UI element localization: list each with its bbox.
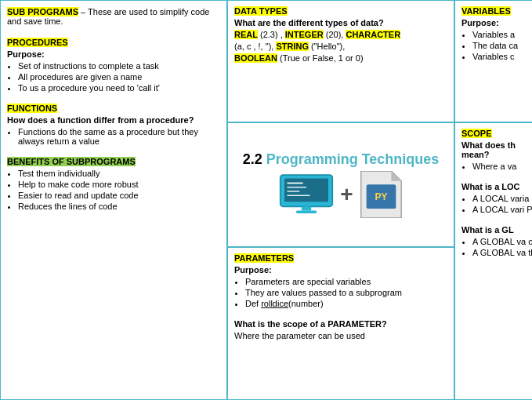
procedures-title: PROCEDURES xyxy=(7,38,68,47)
parameters-section: PARAMETERS Purpose: Parameters are speci… xyxy=(227,247,454,400)
functions-list: Functions do the same as a procedure but… xyxy=(18,127,220,146)
subprograms-title: SUB PROGRAMS xyxy=(7,7,78,16)
programming-title: 2.2 Programming Techniques xyxy=(243,151,440,168)
datatypes-types3: BOOLEAN (True or False, 1 or 0) xyxy=(234,53,447,63)
variables-purpose: Purpose: xyxy=(461,18,532,27)
benefits-title: BENEFITS OF SUBPROGRAMS xyxy=(7,157,136,166)
parameters-list: Parameters are special variables They ar… xyxy=(245,277,447,308)
boolean-type: BOOLEAN xyxy=(234,53,277,63)
list-item: Set of instructions to complete a task xyxy=(18,61,220,71)
list-item: A GLOBAL va of the prog xyxy=(472,237,532,246)
string-type: STRING xyxy=(276,42,309,51)
list-item: They are values passed to a subprogram xyxy=(245,288,447,297)
list-item: Def rolldice(number) xyxy=(245,299,447,308)
parameters-title: PARAMETERS xyxy=(234,253,294,263)
list-item: Parameters are special variables xyxy=(245,277,447,286)
datatypes-types2: (a, c , !, "), STRING ("Hello"), xyxy=(234,42,447,51)
scope-section: SCOPE What does thmean? Where a va What … xyxy=(454,122,532,400)
list-item: A GLOBAL va the program xyxy=(472,248,532,257)
procedures-purpose: Purpose: xyxy=(7,49,220,59)
list-item: Where a va xyxy=(472,162,532,171)
monitor-icon xyxy=(279,173,334,216)
list-item: Reduces the lines of code xyxy=(18,202,220,211)
svg-rect-7 xyxy=(296,211,317,214)
parameters-scope-question: What is the scope of a PARAMETER? xyxy=(234,319,447,329)
list-item: All procedures are given a name xyxy=(18,72,220,82)
datatypes-section: DATA TYPES What are the different types … xyxy=(227,0,454,122)
programming-section: 2.2 Programming Techniques + xyxy=(227,122,454,248)
programming-icons: + PY xyxy=(279,171,402,218)
scope-where-list: Where a va xyxy=(472,162,532,171)
svg-text:PY: PY xyxy=(375,191,387,202)
variables-list: Variables a The data ca Variables c xyxy=(472,30,532,61)
scope-question2: What is a LOC xyxy=(461,182,532,191)
scope-global-list: A GLOBAL va of the prog A GLOBAL va the … xyxy=(472,237,532,257)
procedures-list: Set of instructions to complete a task A… xyxy=(18,61,220,93)
svg-rect-6 xyxy=(302,207,311,211)
svg-rect-1 xyxy=(284,179,328,202)
scope-local-list: A LOCAL varia PROCEDURE A LOCAL vari PRO… xyxy=(472,194,532,214)
python-icon: PY xyxy=(360,171,403,218)
functions-question: How does a function differ from a proced… xyxy=(7,115,220,125)
scope-title: SCOPE xyxy=(461,129,492,138)
scope-question3: What is a GL xyxy=(461,225,532,235)
functions-title: FUNCTIONS xyxy=(7,104,57,113)
character-type: CHARACTER xyxy=(346,30,400,39)
list-item: Help to make code more robust xyxy=(18,180,220,189)
variables-title: VARIABLES xyxy=(461,6,511,16)
list-item: A LOCAL varia PROCEDURE xyxy=(472,194,532,203)
datatypes-types: REAL (2.3) , INTEGER (20), CHARACTER xyxy=(234,30,447,39)
list-item: Variables a xyxy=(472,30,532,39)
plus-icon: + xyxy=(340,182,353,207)
scope-question1: What does thmean? xyxy=(461,140,532,159)
list-item: The data ca xyxy=(472,41,532,50)
list-item: Functions do the same as a procedure but… xyxy=(18,127,220,146)
real-type: REAL xyxy=(234,30,258,39)
programming-title-span: Programming Techniques xyxy=(266,151,440,167)
integer-type: INTEGER xyxy=(285,30,324,39)
datatypes-title: DATA TYPES xyxy=(234,6,288,16)
rolldice-ref: rolldice xyxy=(261,299,288,308)
list-item: Easier to read and update code xyxy=(18,191,220,200)
list-item: Test them individually xyxy=(18,169,220,178)
list-item: A LOCAL vari PROCEDURE xyxy=(472,205,532,214)
benefits-list: Test them individually Help to make code… xyxy=(18,169,220,211)
variables-section: VARIABLES Purpose: Variables a The data … xyxy=(454,0,532,122)
parameters-purpose: Purpose: xyxy=(234,265,447,275)
subprograms-section: SUB PROGRAMS – These are used to simplif… xyxy=(0,0,227,400)
list-item: To us a procedure you need to 'call it' xyxy=(18,83,220,93)
datatypes-question: What are the different types of data? xyxy=(234,18,447,27)
list-item: Variables c xyxy=(472,52,532,61)
parameters-scope-answer: Where the parameter can be used xyxy=(234,331,447,340)
